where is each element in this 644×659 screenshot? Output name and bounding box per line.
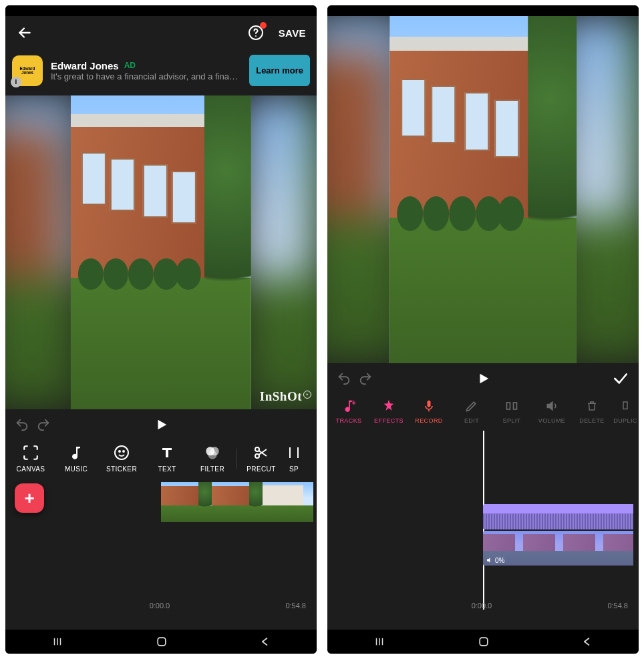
music-tool-volume: VOLUME: [532, 398, 572, 424]
time-labels: 0:00.0 0:54.8: [327, 602, 639, 610]
notification-dot: [260, 22, 267, 29]
music-tool-split: SPLIT: [492, 398, 532, 424]
play-icon[interactable]: [154, 417, 168, 432]
music-tool-edit: EDIT: [452, 398, 492, 424]
tool-music[interactable]: MUSIC: [53, 444, 99, 473]
nav-home-icon[interactable]: [477, 635, 490, 648]
status-bar: [327, 5, 639, 16]
time-start: 0:00.0: [150, 602, 170, 610]
nav-recents-icon[interactable]: [372, 636, 387, 648]
ad-subtitle: It's great to have a financial advisor, …: [51, 71, 241, 81]
svg-point-1: [255, 35, 257, 37]
svg-point-8: [255, 447, 259, 451]
tool-sticker[interactable]: STICKER: [99, 444, 144, 473]
add-clip-button[interactable]: +: [15, 483, 44, 513]
svg-rect-10: [158, 638, 166, 646]
svg-point-4: [123, 451, 124, 452]
time-end: 0:54.8: [285, 602, 306, 610]
split-icon: [504, 398, 519, 414]
effects-icon: [381, 398, 396, 414]
tool-label: DUPLIC: [613, 417, 637, 424]
tool-label: EDIT: [464, 417, 479, 424]
volume-icon: [544, 398, 559, 414]
music-tool-tracks[interactable]: + TRACKS: [329, 398, 369, 424]
confirm-icon[interactable]: [612, 370, 629, 387]
tool-label: MUSIC: [65, 465, 88, 473]
video-preview[interactable]: InShOt×: [5, 95, 317, 409]
tool-bar: CANVAS MUSIC STICKER TEXT FILTER PRECU: [5, 440, 317, 479]
video-preview[interactable]: [327, 16, 639, 363]
delete-icon: [586, 398, 598, 414]
nav-recents-icon[interactable]: [50, 636, 65, 648]
tracks-icon: +: [341, 398, 356, 414]
ad-logo: Edward Jones i: [12, 55, 43, 86]
duplicate-icon: [619, 398, 631, 414]
watermark[interactable]: InShOt×: [260, 389, 311, 404]
sticker-icon: [114, 444, 130, 461]
svg-point-9: [255, 454, 259, 458]
tool-text[interactable]: TEXT: [144, 444, 190, 473]
svg-text:+: +: [352, 399, 356, 407]
video-track[interactable]: 0%: [483, 531, 633, 566]
svg-rect-12: [428, 401, 431, 407]
tool-speed[interactable]: SP: [284, 444, 304, 473]
status-bar: [5, 5, 317, 16]
ad-tag: AD: [124, 61, 136, 70]
filter-icon: [204, 444, 221, 461]
music-tool-effects[interactable]: EFFECTS: [369, 398, 409, 424]
speed-icon: [286, 444, 302, 461]
waveform: [483, 513, 633, 529]
music-tool-delete: DELETE: [572, 398, 612, 424]
ad-text: Edward Jones AD It's great to have a fin…: [51, 60, 241, 81]
tool-label: SP: [289, 465, 299, 473]
tool-label: TEXT: [158, 465, 176, 473]
save-button[interactable]: SAVE: [279, 27, 306, 39]
tool-label: EFFECTS: [374, 417, 404, 424]
nav-back-icon[interactable]: [259, 635, 272, 648]
preview-frame: [71, 95, 251, 409]
ad-info-icon[interactable]: i: [11, 77, 21, 87]
top-bar: SAVE: [5, 16, 317, 49]
music-timeline[interactable]: Marching Forward_DWUSA 43_13 Brad Stones…: [327, 431, 639, 630]
preview-frame: [389, 16, 577, 363]
music-icon: [68, 444, 84, 461]
music-tool-record[interactable]: RECORD: [409, 398, 449, 424]
tool-label: STICKER: [106, 465, 137, 473]
svg-point-7: [208, 451, 217, 459]
tool-precut[interactable]: PRECUT: [238, 444, 284, 473]
svg-rect-15: [623, 402, 627, 409]
svg-rect-14: [514, 403, 517, 409]
svg-rect-16: [480, 638, 488, 646]
tool-label: CANVAS: [17, 465, 45, 473]
ad-cta-button[interactable]: Learn more: [249, 55, 310, 86]
tool-canvas[interactable]: CANVAS: [8, 444, 53, 473]
precut-icon: [253, 444, 269, 461]
svg-point-3: [119, 451, 120, 452]
redo-icon[interactable]: [358, 371, 373, 386]
tool-label: SPLIT: [502, 417, 520, 424]
nav-home-icon[interactable]: [155, 635, 168, 648]
nav-back-icon[interactable]: [581, 635, 594, 648]
back-icon[interactable]: [16, 24, 33, 41]
time-end: 0:54.8: [607, 602, 628, 610]
timeline[interactable]: + 0:00.0 0:54.8: [5, 479, 317, 630]
undo-icon[interactable]: [337, 371, 351, 386]
tool-filter[interactable]: FILTER: [190, 444, 235, 473]
tool-label: RECORD: [415, 417, 442, 424]
playback-row: [327, 363, 639, 394]
time-labels: 0:00.0 0:54.8: [5, 602, 317, 610]
audio-track[interactable]: Marching Forward_DWUSA 43_13 Brad Stones: [483, 504, 633, 529]
playback-row: [5, 409, 317, 440]
record-icon: [422, 398, 436, 414]
timeline-thumbs[interactable]: [161, 482, 313, 522]
left-screen: SAVE Edward Jones i Edward Jones AD It's…: [5, 5, 317, 654]
help-icon[interactable]: [248, 25, 264, 41]
play-icon[interactable]: [476, 371, 490, 386]
undo-icon[interactable]: [15, 417, 29, 432]
tool-label: PRECUT: [247, 465, 276, 473]
tool-divider: [236, 449, 237, 469]
time-start: 0:00.0: [472, 602, 492, 610]
close-watermark-icon[interactable]: ×: [303, 391, 311, 399]
ad-banner[interactable]: Edward Jones i Edward Jones AD It's grea…: [5, 49, 317, 95]
redo-icon[interactable]: [36, 417, 51, 432]
